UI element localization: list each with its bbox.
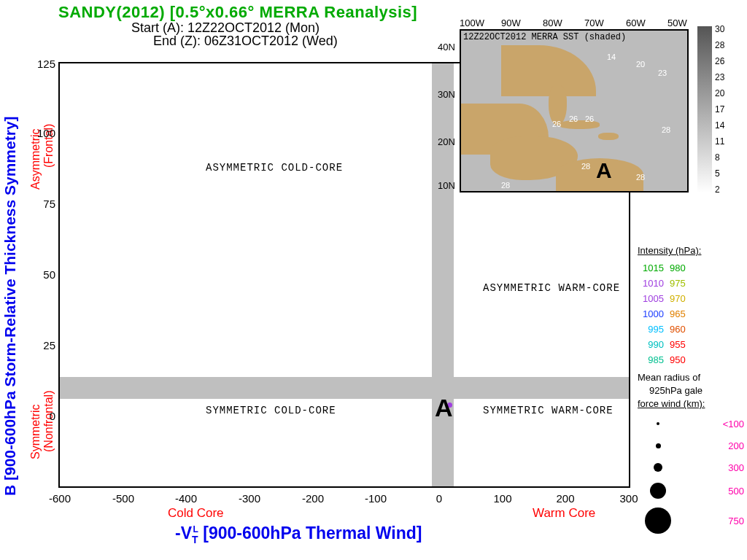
figure-title: SANDY(2012) [0.5°x0.66° MERRA Reanalysis… [58,3,417,22]
colorbar-tick: 30 [715,24,724,34]
intensity-row: 995960 [638,322,740,337]
colorbar-tick: 5 [715,168,720,179]
radius-size-row: <100 [642,417,744,430]
x-tick: -600 [42,492,77,505]
radius-size-row: 200 [642,439,744,452]
sst-contour-label: 26 [552,120,561,128]
inset-lon-tick: 80W [543,18,562,28]
intensity-row: 1010975 [638,276,740,291]
inset-lon-tick: 50W [667,18,687,28]
sst-contour-label: 28 [581,162,590,171]
inset-lon-tick: 70W [584,18,604,28]
x-axis-cold-label: Cold Core [168,506,224,521]
inset-lat-tick: 10N [438,180,455,191]
inset-lat-tick: 40N [438,42,455,52]
x-axis-label: -VTL -V_T^L [900-600hPa Thermal Wind][90… [175,524,422,545]
y-tick: 50 [29,268,55,281]
quadrant-label-ll: SYMMETRIC COLD-CORE [206,405,336,416]
y-tick: 75 [29,198,55,210]
inset-marker-a: A [596,158,612,183]
y-tick: 25 [29,339,55,351]
quadrant-label-ur: ASYMMETRIC WARM-CORE [483,282,620,294]
colorbar-tick: 26 [715,56,724,66]
intensity-row: 985950 [638,352,740,368]
x-tick: -200 [295,492,330,505]
sst-contour-label: 28 [501,181,510,190]
x-tick: 100 [485,492,520,505]
radius-legend-l1: Mean radius of [638,372,740,383]
sst-contour-label: 14 [607,52,616,61]
colorbar-tick: 17 [715,104,724,114]
x-tick: -400 [169,492,204,505]
horizontal-band [60,377,629,399]
intensity-row: 1005970 [638,291,740,306]
x-axis-warm-label: Warm Core [533,506,595,521]
inset-lon-tick: 60W [626,18,646,28]
sst-contour-label: 28 [662,125,670,134]
colorbar-tick: 14 [715,120,724,131]
colorbar-tick: 28 [715,40,724,50]
x-tick: 300 [611,492,646,505]
figure-subtitle-end: End (Z): 06Z31OCT2012 (Wed) [153,34,338,49]
x-tick: 200 [548,492,583,505]
vertical-band [432,63,454,486]
x-tick: 0 [422,492,457,505]
intensity-row: 990955 [638,337,740,352]
sst-contour-label: 26 [569,114,578,123]
intensity-legend: Intensity (hPa): 10159801010975100597010… [638,245,740,368]
radius-legend-l3: force wind (km): [638,398,740,409]
sst-contour-label: 23 [658,69,667,77]
colorbar-tick: 11 [715,136,724,147]
inset-title: 12Z22OCT2012 MERRA SST (shaded) [463,32,626,42]
datapoint-a-label: A [435,394,453,422]
colorbar-tick: 20 [715,88,724,98]
sst-contour-label: 20 [636,60,645,69]
quadrant-label-ul: ASYMMETRIC COLD-CORE [206,162,343,174]
radius-size-row: 500 [642,483,744,499]
sst-contour-label: 26 [585,114,594,123]
y-tick: 0 [29,410,55,422]
x-tick: -100 [358,492,393,505]
inset-lon-tick: 100W [460,18,484,28]
sst-colorbar [697,26,712,192]
figure-canvas: SANDY(2012) [0.5°x0.66° MERRA Reanalysis… [0,0,747,560]
y-axis-label: B [900-600hPa Storm-Relative Thickness S… [1,116,19,496]
intensity-row: 1015980 [638,260,740,276]
radius-legend-l2: 925hPa gale [649,385,747,396]
inset-sst-map: 12Z22OCT2012 MERRA SST (shaded) A 14 20 … [460,29,689,192]
radius-size-row: 750 [642,508,744,534]
radius-size-row: 300 [642,461,744,474]
sst-contour-label: 28 [636,173,645,182]
inset-land-hi [598,133,619,140]
colorbar-tick: 2 [715,184,720,195]
y-tick: 125 [29,58,55,70]
inset-lon-tick: 90W [501,18,521,28]
inset-lat-tick: 30N [438,89,455,100]
quadrant-label-lr: SYMMETRIC WARM-CORE [483,405,614,416]
colorbar-tick: 8 [715,152,720,163]
intensity-legend-header: Intensity (hPa): [638,245,740,256]
x-tick: -300 [232,492,267,505]
colorbar-tick: 23 [715,72,724,82]
x-tick: -500 [106,492,141,505]
intensity-row: 1000965 [638,306,740,322]
y-tick: 100 [29,127,55,139]
inset-lat-tick: 20N [438,136,455,147]
